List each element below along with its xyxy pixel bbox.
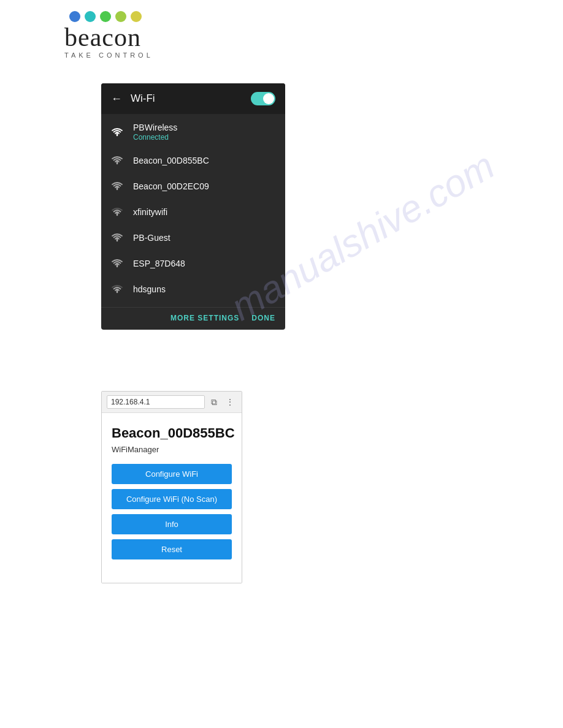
wifimanager-buttons: Configure WiFiConfigure WiFi (No Scan)In…: [112, 464, 232, 559]
wifi-network-info: PBWirelessConnected: [133, 123, 177, 142]
wifi-header-left: ← Wi-Fi: [111, 93, 155, 105]
logo-dot-2: [100, 11, 111, 22]
logo-dot-1: [85, 11, 96, 22]
wifi-network-info: xfinitywifi: [133, 207, 167, 217]
wifi-settings-panel: ← Wi-Fi PBWirelessConnectedBeacon_00D855…: [101, 83, 285, 330]
wifi-network-item[interactable]: Beacon_00D855BC: [101, 148, 285, 173]
wifi-signal-icon: [111, 180, 123, 193]
wifi-network-name: Beacon_00D2EC09: [133, 181, 209, 191]
wifi-footer: MORE SETTINGS DONE: [101, 307, 285, 330]
wifi-network-item[interactable]: PB-Guest: [101, 225, 285, 251]
logo-dots: [69, 11, 563, 22]
wifi-network-info: Beacon_00D2EC09: [133, 181, 209, 191]
wifi-signal-icon: [111, 205, 123, 219]
wifi-network-list: PBWirelessConnectedBeacon_00D855BCBeacon…: [101, 114, 285, 307]
wifi-network-name: ESP_87D648: [133, 259, 185, 268]
browser-menu-icon[interactable]: ⋮: [223, 396, 237, 408]
browser-tab-icon[interactable]: ⧉: [209, 396, 220, 409]
back-arrow-icon[interactable]: ←: [111, 93, 122, 105]
wfm-button-1[interactable]: Configure WiFi (No Scan): [112, 489, 232, 509]
wifi-network-info: Beacon_00D855BC: [133, 156, 209, 165]
url-input[interactable]: 192.168.4.1: [107, 395, 205, 409]
wifi-signal-icon: [111, 154, 123, 167]
wifi-network-name: PBWireless: [133, 123, 177, 132]
wifi-network-item[interactable]: xfinitywifi: [101, 199, 285, 225]
wifi-network-info: PB-Guest: [133, 233, 170, 243]
wifi-toggle[interactable]: [251, 92, 275, 105]
wifi-signal-icon: [111, 231, 123, 245]
wifi-signal-icon: [111, 257, 123, 270]
done-button[interactable]: DONE: [251, 314, 275, 322]
wifi-network-status: Connected: [133, 133, 177, 142]
logo-text: beacon: [64, 25, 563, 50]
wifi-network-item[interactable]: PBWirelessConnected: [101, 116, 285, 148]
logo-dot-3: [115, 11, 126, 22]
logo-area: beacon TAKE CONTROL: [0, 0, 563, 59]
wifi-network-name: PB-Guest: [133, 233, 170, 243]
wfm-button-0[interactable]: Configure WiFi: [112, 464, 232, 484]
wifi-network-item[interactable]: hdsguns: [101, 276, 285, 302]
browser-address-bar: 192.168.4.1 ⧉ ⋮: [102, 392, 242, 413]
wifi-network-name: hdsguns: [133, 284, 166, 294]
logo-dot-4: [131, 11, 142, 22]
wifi-network-info: hdsguns: [133, 284, 166, 294]
wifi-header: ← Wi-Fi: [101, 83, 285, 114]
wifi-network-info: ESP_87D648: [133, 259, 185, 268]
wifi-network-name: xfinitywifi: [133, 207, 167, 217]
logo-tagline: TAKE CONTROL: [64, 51, 563, 59]
manager-label: WiFiManager: [112, 445, 232, 454]
wifi-signal-icon: [111, 282, 123, 296]
wifi-network-item[interactable]: ESP_87D648: [101, 251, 285, 276]
wifi-network-item[interactable]: Beacon_00D2EC09: [101, 173, 285, 199]
wifimanager-content: Beacon_00D855BC WiFiManager Configure Wi…: [102, 413, 242, 583]
browser-panel: 192.168.4.1 ⧉ ⋮ Beacon_00D855BC WiFiMana…: [101, 391, 242, 583]
wifi-network-name: Beacon_00D855BC: [133, 156, 209, 165]
wifi-panel-title: Wi-Fi: [131, 93, 155, 105]
device-title: Beacon_00D855BC: [112, 425, 232, 441]
more-settings-button[interactable]: MORE SETTINGS: [170, 314, 239, 322]
wifi-signal-icon: [111, 126, 123, 139]
wfm-button-3[interactable]: Reset: [112, 539, 232, 559]
logo-dot-0: [69, 11, 80, 22]
wfm-button-2[interactable]: Info: [112, 514, 232, 534]
